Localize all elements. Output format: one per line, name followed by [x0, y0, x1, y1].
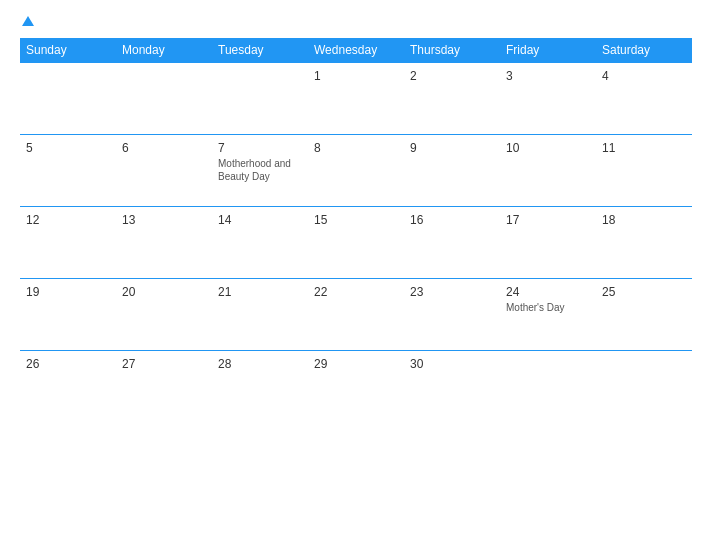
day-number: 29 [314, 357, 398, 371]
day-number: 23 [410, 285, 494, 299]
day-number: 26 [26, 357, 110, 371]
day-cell: 13 [116, 207, 212, 279]
day-cell: 30 [404, 351, 500, 423]
day-number: 28 [218, 357, 302, 371]
day-number: 3 [506, 69, 590, 83]
day-cell: 29 [308, 351, 404, 423]
calendar-page: SundayMondayTuesdayWednesdayThursdayFrid… [0, 0, 712, 550]
day-cell: 12 [20, 207, 116, 279]
logo-triangle-icon [22, 16, 34, 26]
day-cell: 19 [20, 279, 116, 351]
day-cell [500, 351, 596, 423]
day-number: 13 [122, 213, 206, 227]
calendar-table: SundayMondayTuesdayWednesdayThursdayFrid… [20, 38, 692, 423]
day-number: 5 [26, 141, 110, 155]
day-number: 25 [602, 285, 686, 299]
day-cell: 9 [404, 135, 500, 207]
day-number: 1 [314, 69, 398, 83]
day-cell: 1 [308, 63, 404, 135]
day-cell: 3 [500, 63, 596, 135]
day-number: 27 [122, 357, 206, 371]
day-number: 16 [410, 213, 494, 227]
weekday-saturday: Saturday [596, 38, 692, 63]
day-cell: 27 [116, 351, 212, 423]
day-cell: 17 [500, 207, 596, 279]
day-cell: 26 [20, 351, 116, 423]
day-cell: 14 [212, 207, 308, 279]
day-number: 11 [602, 141, 686, 155]
day-cell: 18 [596, 207, 692, 279]
header [20, 16, 692, 28]
day-number: 7 [218, 141, 302, 155]
logo [20, 16, 34, 28]
week-row-1: 567Motherhood and Beauty Day891011 [20, 135, 692, 207]
weekday-friday: Friday [500, 38, 596, 63]
week-row-4: 2627282930 [20, 351, 692, 423]
day-number: 19 [26, 285, 110, 299]
weekday-wednesday: Wednesday [308, 38, 404, 63]
day-cell: 15 [308, 207, 404, 279]
day-number: 8 [314, 141, 398, 155]
day-number: 2 [410, 69, 494, 83]
weekday-tuesday: Tuesday [212, 38, 308, 63]
day-cell: 5 [20, 135, 116, 207]
day-number: 30 [410, 357, 494, 371]
day-cell: 23 [404, 279, 500, 351]
weekday-thursday: Thursday [404, 38, 500, 63]
day-number: 10 [506, 141, 590, 155]
day-number: 4 [602, 69, 686, 83]
day-cell: 2 [404, 63, 500, 135]
day-cell: 16 [404, 207, 500, 279]
day-number: 6 [122, 141, 206, 155]
day-number: 15 [314, 213, 398, 227]
day-number: 14 [218, 213, 302, 227]
day-cell: 24Mother's Day [500, 279, 596, 351]
weekday-sunday: Sunday [20, 38, 116, 63]
week-row-3: 192021222324Mother's Day25 [20, 279, 692, 351]
day-number: 9 [410, 141, 494, 155]
week-row-2: 12131415161718 [20, 207, 692, 279]
day-number: 12 [26, 213, 110, 227]
day-number: 18 [602, 213, 686, 227]
day-number: 22 [314, 285, 398, 299]
day-cell: 20 [116, 279, 212, 351]
day-cell: 7Motherhood and Beauty Day [212, 135, 308, 207]
day-cell: 6 [116, 135, 212, 207]
day-cell: 22 [308, 279, 404, 351]
holiday-name: Motherhood and Beauty Day [218, 157, 302, 183]
day-number: 24 [506, 285, 590, 299]
day-cell [116, 63, 212, 135]
day-cell: 10 [500, 135, 596, 207]
day-cell [20, 63, 116, 135]
day-cell: 11 [596, 135, 692, 207]
day-cell: 8 [308, 135, 404, 207]
day-number: 17 [506, 213, 590, 227]
day-cell [596, 351, 692, 423]
week-row-0: 1234 [20, 63, 692, 135]
day-number: 20 [122, 285, 206, 299]
day-cell: 21 [212, 279, 308, 351]
day-cell: 28 [212, 351, 308, 423]
day-cell: 4 [596, 63, 692, 135]
holiday-name: Mother's Day [506, 301, 590, 314]
weekday-header-row: SundayMondayTuesdayWednesdayThursdayFrid… [20, 38, 692, 63]
day-cell [212, 63, 308, 135]
weekday-monday: Monday [116, 38, 212, 63]
day-number: 21 [218, 285, 302, 299]
day-cell: 25 [596, 279, 692, 351]
